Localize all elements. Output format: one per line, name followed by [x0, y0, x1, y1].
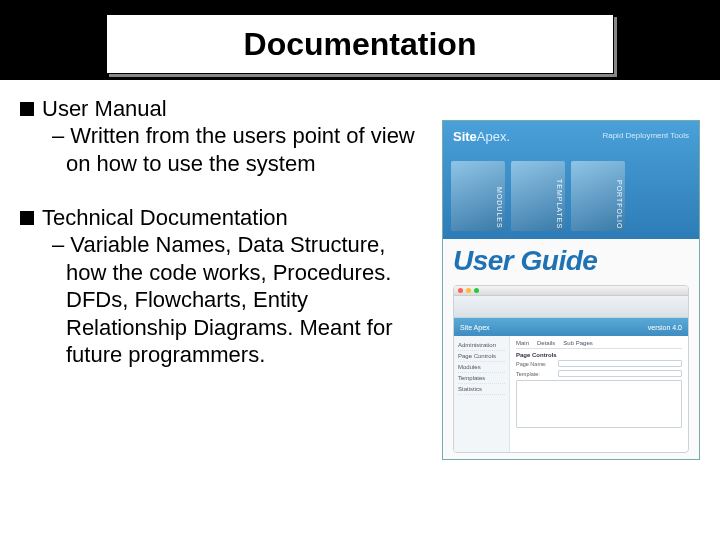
app-sidebar: Administration Page Controls Modules Tem…	[454, 336, 510, 452]
title-box: Documentation	[106, 14, 614, 74]
app-brand: Site Apex	[460, 324, 490, 331]
tab: Sub Pages	[563, 340, 592, 346]
category-bar: MODULES	[451, 161, 505, 231]
zoom-icon	[474, 288, 479, 293]
bullet-subtext: Variable Names, Data Structure, how the …	[52, 231, 420, 369]
app-version: version 4.0	[648, 324, 682, 331]
bullet-heading: Technical Documentation	[42, 205, 288, 231]
guide-title: User Guide	[443, 239, 699, 281]
app-body: Administration Page Controls Modules Tem…	[454, 336, 688, 452]
field-row: Page Name:	[516, 360, 682, 367]
category-bar: TEMPLATES	[511, 161, 565, 231]
app-header: Site Apex version 4.0	[454, 318, 688, 336]
slide-title: Documentation	[244, 26, 477, 63]
sidebar-item: Templates	[458, 373, 505, 384]
bullet-head: User Manual	[20, 96, 420, 122]
sidebar-item: Page Controls	[458, 351, 505, 362]
tab-row: Main Details Sub Pages	[516, 340, 682, 349]
brand-part-b: Apex.	[477, 129, 510, 144]
minimize-icon	[466, 288, 471, 293]
tab: Main	[516, 340, 529, 346]
category-bar-label: MODULES	[496, 187, 503, 229]
square-bullet-icon	[20, 211, 34, 225]
square-bullet-icon	[20, 102, 34, 116]
sidebar-item: Administration	[458, 340, 505, 351]
select-input	[558, 370, 682, 377]
category-bar-label: TEMPLATES	[556, 179, 563, 229]
title-bar: Documentation	[0, 0, 720, 80]
sidebar-item: Modules	[458, 362, 505, 373]
field-label: Page Name:	[516, 361, 554, 367]
close-icon	[458, 288, 463, 293]
field-label: Template:	[516, 371, 554, 377]
bullet-heading: User Manual	[42, 96, 167, 122]
text-input	[558, 360, 682, 367]
guide-category-bars: MODULES TEMPLATES PORTFOLIO	[451, 161, 625, 231]
content-area: User Manual Written from the users point…	[20, 96, 700, 520]
bullet-item: Technical Documentation Variable Names, …	[20, 205, 420, 369]
window-titlebar	[454, 286, 688, 296]
section-heading: Page Controls	[516, 352, 682, 358]
category-bar-label: PORTFOLIO	[616, 180, 623, 229]
content-editor	[516, 380, 682, 428]
tab: Details	[537, 340, 555, 346]
category-bar: PORTFOLIO	[571, 161, 625, 231]
text-column: User Manual Written from the users point…	[20, 96, 420, 397]
bullet-head: Technical Documentation	[20, 205, 420, 231]
guide-brand: SiteApex.	[453, 129, 510, 144]
sidebar-item: Statistics	[458, 384, 505, 395]
browser-toolbar	[454, 296, 688, 318]
field-row: Template:	[516, 370, 682, 377]
user-guide-image: SiteApex. Rapid Deployment Tools MODULES…	[442, 120, 700, 460]
guide-tagline: Rapid Deployment Tools	[602, 131, 689, 140]
app-main: Main Details Sub Pages Page Controls Pag…	[510, 336, 688, 452]
guide-header: SiteApex. Rapid Deployment Tools MODULES…	[443, 121, 699, 239]
guide-screenshot: Site Apex version 4.0 Administration Pag…	[453, 285, 689, 453]
bullet-subtext: Written from the users point of view on …	[52, 122, 420, 177]
bullet-item: User Manual Written from the users point…	[20, 96, 420, 177]
brand-part-a: Site	[453, 129, 477, 144]
